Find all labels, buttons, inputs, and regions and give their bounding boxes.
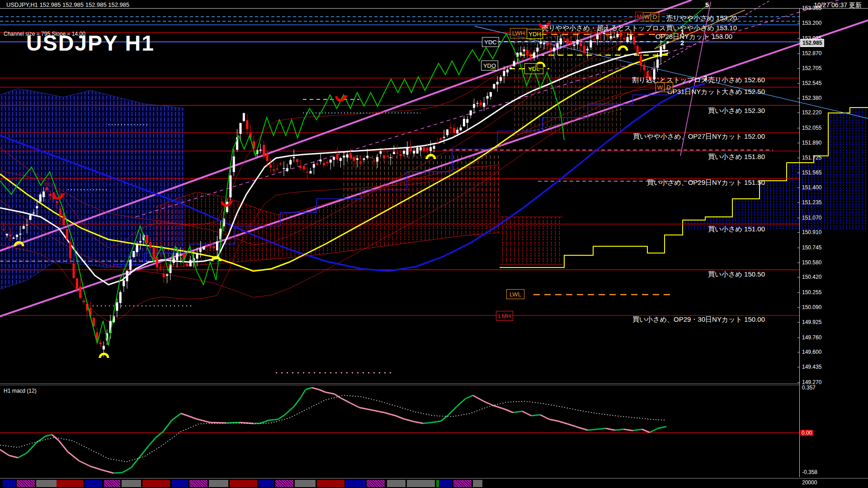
timeline-segment [142, 480, 170, 487]
price-axis-label: 149.600 [802, 349, 821, 355]
price-axis-label: 151.565 [802, 169, 821, 176]
price-axis-label: 152.380 [802, 95, 821, 101]
order-level-annotation: OP28日NYカット 153.00 [656, 33, 732, 41]
axis-tick [797, 68, 800, 69]
timeline-segment [85, 480, 102, 487]
axis-tick [797, 263, 800, 263]
timeline-segment [36, 480, 57, 487]
timeline-segment [259, 480, 274, 487]
timeline-segment [57, 480, 83, 487]
axis-tick [797, 113, 800, 113]
level-label-box: W [656, 82, 665, 92]
axis-tick [797, 8, 800, 9]
axis-tick [797, 23, 800, 23]
timeline-segment [209, 480, 228, 487]
price-axis-label: 151.400 [802, 184, 821, 191]
price-axis-label: 152.705 [802, 65, 821, 71]
timeline-segment [317, 480, 344, 487]
price-axis-label: 151.890 [802, 140, 821, 146]
level-label-box: YDL [524, 63, 543, 74]
price-axis-label: 149.925 [802, 319, 821, 325]
price-axis-label: 153.365 [802, 5, 821, 11]
level-label-box: D [651, 12, 659, 21]
macd-axis-bottom: -0.358 [802, 469, 817, 475]
timeline-bar[interactable] [0, 480, 868, 487]
axis-tick [797, 202, 800, 203]
axis-tick [797, 322, 800, 323]
timeline-segment [407, 480, 435, 487]
axis-tick [797, 292, 800, 293]
timeline-segment [189, 480, 208, 487]
axis-tick [797, 367, 800, 367]
axis-tick [797, 232, 800, 233]
order-level-annotation: 買い小さめ 151.80 [708, 153, 765, 161]
price-axis-label: 150.745 [802, 244, 821, 251]
price-axis-label: 149.435 [802, 364, 821, 370]
level-label-box: YDC [482, 37, 499, 47]
price-axis-label: 150.910 [802, 229, 821, 235]
axis-tick [797, 128, 800, 128]
axis-tick [797, 143, 800, 143]
timeline-segment [387, 480, 406, 487]
timeline-segment [172, 480, 188, 487]
price-axis-label: 152.055 [802, 125, 821, 131]
timeline-segment [122, 480, 141, 487]
level-label-box: M [635, 12, 643, 21]
order-level-annotation: 買い小さめ、OP29・30日NYカット 150.00 [632, 315, 765, 324]
top-frame-line [0, 8, 868, 9]
timeline-separator [0, 478, 868, 479]
timeline-segment [295, 480, 316, 487]
axis-tick [797, 248, 800, 248]
timeline-segment [17, 480, 35, 487]
timeline-segment [453, 480, 472, 487]
price-axis-label: 152.220 [802, 109, 821, 116]
channel-info-label: Channel size = 795 Slope = 14.00 [4, 31, 85, 37]
level-label-box: D [664, 82, 673, 92]
wave-count-label: 1 [680, 28, 684, 36]
macd-indicator-label: H1 macd (12) [4, 388, 37, 394]
price-axis-label: 152.545 [802, 80, 821, 86]
axis-tick [797, 173, 800, 173]
timeline-segment [230, 480, 257, 487]
axis-border-line [799, 9, 800, 477]
axis-tick [797, 158, 800, 158]
level-label-box: YDH [527, 29, 543, 39]
current-price-tag: 152.985 [800, 39, 824, 47]
axis-tick [797, 98, 800, 99]
order-level-annotation: 買いやや小さめ、OP27日NYカット 152.00 [633, 132, 765, 141]
price-axis-label: 153.200 [802, 20, 821, 26]
price-chart-canvas[interactable] [0, 0, 868, 488]
axis-tick [797, 188, 800, 188]
order-level-annotation: 買い小さめ 152.30 [708, 107, 765, 115]
timeline-segment [439, 480, 452, 487]
level-label-box: LWL [506, 289, 524, 299]
price-axis-label: 150.090 [802, 304, 821, 310]
order-level-annotation: OP31日NYカット大きめ 152.50 [667, 88, 765, 96]
wave-count-label: 2 [680, 39, 684, 47]
timeline-segment [367, 480, 385, 487]
macd-axis-zero: 0.00 [800, 430, 813, 436]
axis-tick [797, 38, 800, 39]
timeline-segment [3, 480, 15, 487]
axis-tick [797, 53, 800, 54]
price-axis-label: 151.725 [802, 155, 821, 161]
axis-tick [797, 382, 800, 383]
axis-tick [797, 277, 800, 277]
wave-count-label: 5 [705, 1, 709, 9]
order-level-annotation: 買い小さめ 151.00 [708, 225, 765, 234]
panel-separator[interactable] [0, 384, 799, 384]
timeline-segment [436, 480, 439, 487]
order-level-annotation: 割り込むとストップロス売り小さめ 152.60 [632, 76, 765, 84]
level-label-box: YDO [481, 61, 498, 70]
price-axis-label: 149.760 [802, 334, 821, 341]
price-axis-label: 150.255 [802, 289, 821, 296]
timeline-segment [104, 480, 120, 487]
level-label-box: LWH [510, 28, 527, 38]
axis-tick [797, 218, 800, 218]
timeline-segment [346, 480, 365, 487]
axis-tick [797, 352, 800, 352]
price-axis-label: 150.420 [802, 274, 821, 280]
axis-tick [797, 83, 800, 84]
order-level-annotation: 売りやや小さめ・超えるとストップロス買いやや小さめ 153.10 [542, 24, 737, 33]
order-level-annotation: 買い小さめ 150.50 [708, 270, 765, 279]
